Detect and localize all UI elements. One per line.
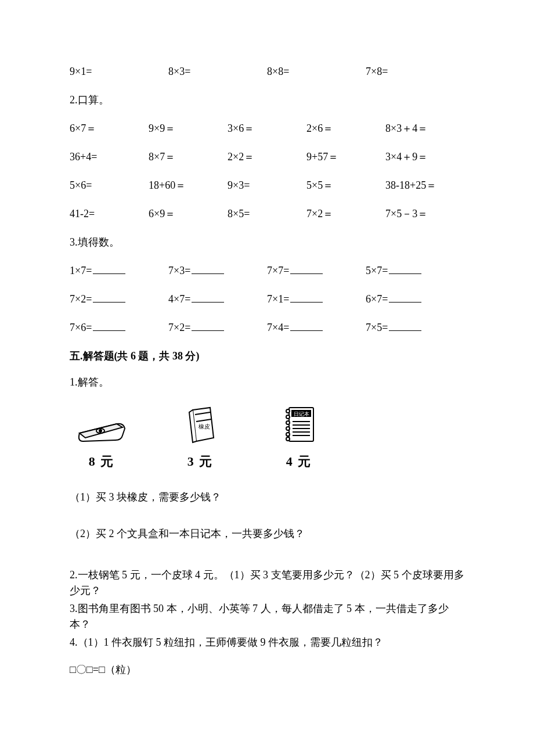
expr: 7×8= <box>366 64 464 80</box>
expr-blank: 7×3= <box>168 263 267 279</box>
expr: 8×3＋4＝ <box>385 121 464 136</box>
section-5-heading: 五.解答题(共 6 题，共 38 分) <box>70 348 464 364</box>
expr-blank: 7×2= <box>70 291 168 307</box>
svg-point-18 <box>286 437 290 441</box>
sec2-row-3: 5×6= 18+60＝ 9×3= 5×5＝ 38-18+25＝ <box>70 178 464 193</box>
section-2-title: 2.口算。 <box>70 92 464 108</box>
sec2-row-1: 6×7＝ 9×9＝ 3×6＝ 2×6＝ 8×3＋4＝ <box>70 121 464 136</box>
expr-blank: 7×7= <box>267 263 366 279</box>
sec3-row-1: 1×7= 7×3= 7×7= 5×7= <box>70 263 464 279</box>
expr: 2×2＝ <box>228 149 306 165</box>
blank-line[interactable] <box>290 263 323 274</box>
svg-point-14 <box>286 415 290 419</box>
blank-line[interactable] <box>93 291 125 303</box>
item-eraser: 橡皮 3 元 <box>168 406 232 471</box>
price-label: 8 元 <box>89 452 115 471</box>
expr: 7×5－3＝ <box>385 206 464 222</box>
svg-point-13 <box>286 409 290 413</box>
expr: 9×1= <box>70 64 168 80</box>
expr: 8×3= <box>168 64 267 80</box>
expr-text: 7×6= <box>70 322 92 333</box>
expr-text: 7×2= <box>168 322 190 333</box>
svg-text:日记本: 日记本 <box>294 411 309 417</box>
expr: 36+4= <box>70 149 149 165</box>
svg-point-16 <box>286 427 290 430</box>
arith-row-top: 9×1= 8×3= 8×8= 7×8= <box>70 64 464 80</box>
question-4: 4.（1）1 件衣服钉 5 粒纽扣，王师傅要做 9 件衣服，需要几粒纽扣？ <box>70 635 464 650</box>
blank-line[interactable] <box>290 320 323 331</box>
item-diary: 日记本 4 元 <box>267 405 331 471</box>
expr: 9×3= <box>228 178 306 193</box>
expr: 9+57＝ <box>306 149 385 165</box>
expr: 9×9＝ <box>149 121 228 136</box>
question-1-title: 1.解答。 <box>70 375 464 390</box>
blank-line[interactable] <box>192 263 224 274</box>
diary-icon: 日记本 <box>282 405 316 448</box>
expr-blank: 7×1= <box>267 291 366 307</box>
expr-text: 6×7= <box>366 293 388 305</box>
expr: 8×7＝ <box>149 149 228 165</box>
expr-text: 4×7= <box>168 293 190 305</box>
expr: 8×8= <box>267 64 366 80</box>
expr-blank: 4×7= <box>168 291 267 307</box>
expr: 41-2= <box>70 206 149 222</box>
svg-point-15 <box>286 421 290 424</box>
expr: 5×6= <box>70 178 149 193</box>
expr-blank: 7×4= <box>267 320 366 336</box>
expr: 18+60＝ <box>149 178 228 193</box>
expr: 8×5= <box>228 206 306 222</box>
expr: 7×2＝ <box>306 206 385 222</box>
expr-text: 7×7= <box>267 265 289 276</box>
price-label: 4 元 <box>286 452 312 471</box>
blank-line[interactable] <box>389 263 421 274</box>
expr: 3×6＝ <box>228 121 306 136</box>
sec3-row-3: 7×6= 7×2= 7×4= 7×5= <box>70 320 464 336</box>
question-3: 3.图书角里有图书 50 本，小明、小英等 7 人，每人都借走了 5 本，一共借… <box>70 601 464 632</box>
sec2-row-4: 41-2= 6×9＝ 8×5= 7×2＝ 7×5－3＝ <box>70 206 464 222</box>
question-1-sub1: （1）买 3 块橡皮，需要多少钱？ <box>70 489 464 505</box>
expr-blank: 7×6= <box>70 320 168 336</box>
expr-text: 5×7= <box>366 265 388 276</box>
question-1-sub2: （2）买 2 个文具盒和一本日记本，一共要多少钱？ <box>70 526 464 542</box>
item-pencil-case: 8 元 <box>70 416 134 471</box>
blank-line[interactable] <box>93 320 125 331</box>
sec2-row-2: 36+4= 8×7＝ 2×2＝ 9+57＝ 3×4＋9＝ <box>70 149 464 165</box>
expr-blank: 5×7= <box>366 263 464 279</box>
expr: 6×9＝ <box>149 206 228 222</box>
blank-line[interactable] <box>389 320 421 331</box>
blank-line[interactable] <box>93 263 125 274</box>
expr-text: 7×5= <box>366 322 388 333</box>
svg-point-17 <box>286 433 290 436</box>
blank-line[interactable] <box>290 291 323 303</box>
expr-blank: 6×7= <box>366 291 464 307</box>
expr-blank: 7×5= <box>366 320 464 336</box>
blank-line[interactable] <box>389 291 421 303</box>
shop-items-row: 8 元 橡皮 3 元 日记本 <box>70 405 464 471</box>
blank-line[interactable] <box>192 291 224 303</box>
question-4-formula: □〇□=□（粒） <box>70 662 464 678</box>
question-2: 2.一枝钢笔 5 元，一个皮球 4 元。（1）买 3 支笔要用多少元？（2）买 … <box>70 567 464 599</box>
blank-line[interactable] <box>192 320 224 331</box>
expr: 38-18+25＝ <box>385 178 464 193</box>
expr-text: 7×4= <box>267 322 289 333</box>
expr-text: 7×3= <box>168 265 190 276</box>
expr-text: 7×2= <box>70 293 92 305</box>
expr-text: 1×7= <box>70 265 92 276</box>
price-label: 3 元 <box>187 452 214 471</box>
expr-blank: 1×7= <box>70 263 168 279</box>
expr: 2×6＝ <box>306 121 385 136</box>
sec3-row-2: 7×2= 4×7= 7×1= 6×7= <box>70 291 464 307</box>
expr-blank: 7×2= <box>168 320 267 336</box>
section-3-title: 3.填得数。 <box>70 235 464 250</box>
expr-text: 7×1= <box>267 293 289 305</box>
expr: 5×5＝ <box>306 178 385 193</box>
expr: 6×7＝ <box>70 121 149 136</box>
eraser-icon: 橡皮 <box>185 406 216 448</box>
expr: 3×4＋9＝ <box>385 149 464 165</box>
svg-point-1 <box>99 430 102 432</box>
pencil-case-icon <box>75 416 128 448</box>
svg-text:橡皮: 橡皮 <box>199 423 210 430</box>
